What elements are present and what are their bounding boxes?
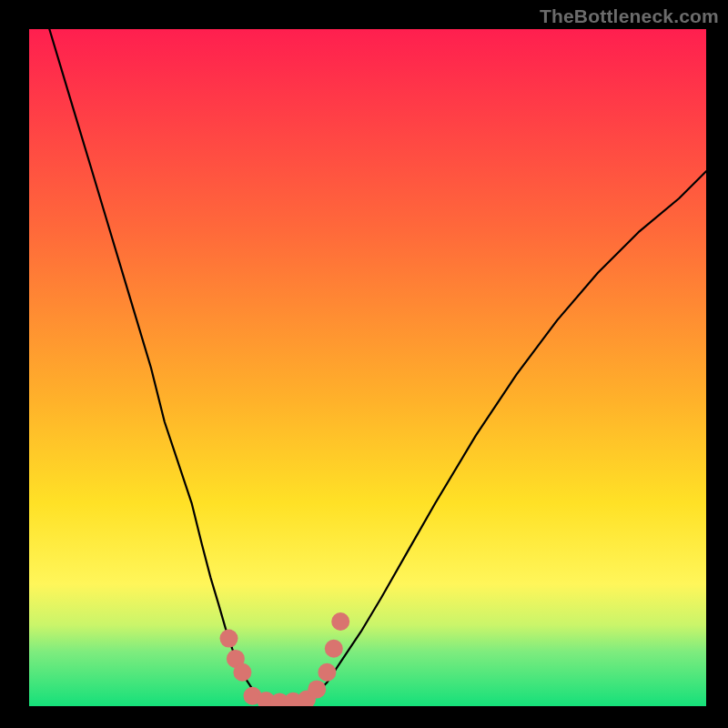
- bottleneck-curve: [49, 29, 706, 703]
- marker-dot: [308, 680, 326, 698]
- curve-layer: [0, 0, 728, 728]
- marker-dot: [220, 630, 238, 648]
- watermark-text: TheBottleneck.com: [540, 5, 719, 27]
- chart-frame: TheBottleneck.com: [0, 0, 728, 728]
- marker-dot: [233, 663, 251, 682]
- marker-dot: [325, 640, 343, 658]
- marker-dot: [318, 663, 336, 682]
- marker-dot: [331, 612, 349, 631]
